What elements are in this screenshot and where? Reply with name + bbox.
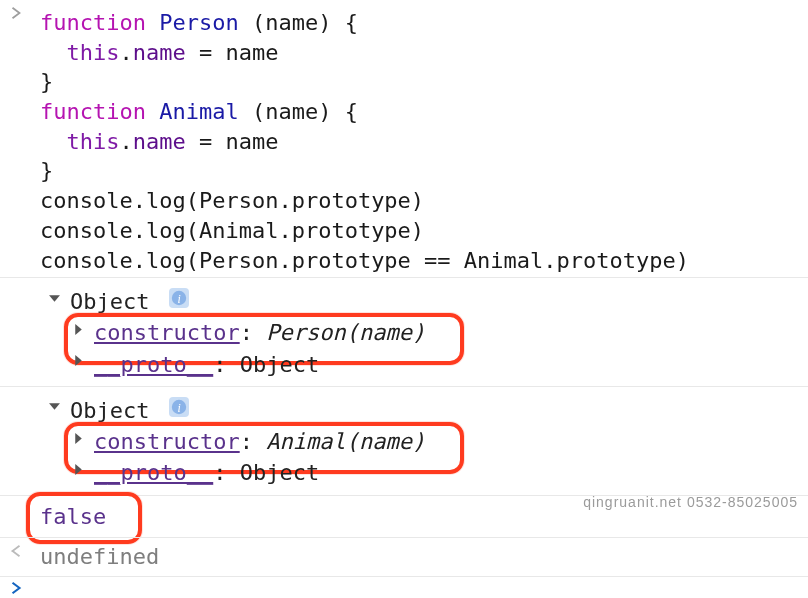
boolean-value: false (40, 504, 106, 529)
console-output-object-2: Object i constructor: Animal(name) __pro… (0, 386, 808, 495)
object-property-constructor[interactable]: constructor: Animal(name) (70, 426, 808, 457)
output-gutter (0, 496, 32, 538)
object-expand-person[interactable]: Object i (46, 286, 808, 317)
prop-value: Object (240, 460, 319, 485)
console-output-object-1: Object i constructor: Person(name) __pro… (0, 277, 808, 386)
prop-value: Animal(name) (266, 429, 425, 454)
object-label: Object (70, 289, 149, 314)
object-label: Object (70, 398, 149, 423)
prop-key: constructor (94, 429, 240, 454)
svg-text:i: i (177, 401, 180, 414)
info-icon[interactable]: i (169, 397, 189, 417)
prompt-chevron-icon (0, 577, 32, 598)
object-property-constructor[interactable]: constructor: Person(name) (70, 317, 808, 348)
watermark-text: qingruanit.net 0532-85025005 (583, 494, 798, 510)
prop-key: constructor (94, 320, 240, 345)
disclosure-right-icon[interactable] (70, 321, 86, 337)
object-property-proto[interactable]: __proto__: Object (70, 457, 808, 488)
disclosure-right-icon[interactable] (70, 353, 86, 369)
console-prompt-row[interactable] (0, 576, 808, 598)
code-block: function Person (name) { this.name = nam… (40, 2, 808, 275)
return-value: undefined (40, 544, 159, 569)
input-chevron-icon (0, 0, 32, 277)
svg-text:i: i (177, 293, 180, 306)
disclosure-down-icon[interactable] (46, 399, 62, 415)
prop-value: Object (240, 352, 319, 377)
prop-value: Person(name) (266, 320, 425, 345)
disclosure-down-icon[interactable] (46, 290, 62, 306)
object-expand-animal[interactable]: Object i (46, 395, 808, 426)
prop-key: __proto__ (94, 460, 213, 485)
console-input-row: function Person (name) { this.name = nam… (0, 0, 808, 277)
info-icon[interactable]: i (169, 288, 189, 308)
svg-point-4 (12, 550, 14, 552)
object-property-proto[interactable]: __proto__: Object (70, 349, 808, 380)
output-gutter (0, 387, 32, 495)
output-gutter (0, 278, 32, 386)
disclosure-right-icon[interactable] (70, 430, 86, 446)
return-icon (0, 538, 32, 576)
prop-key: __proto__ (94, 352, 213, 377)
disclosure-right-icon[interactable] (70, 461, 86, 477)
console-return-row: undefined (0, 537, 808, 576)
